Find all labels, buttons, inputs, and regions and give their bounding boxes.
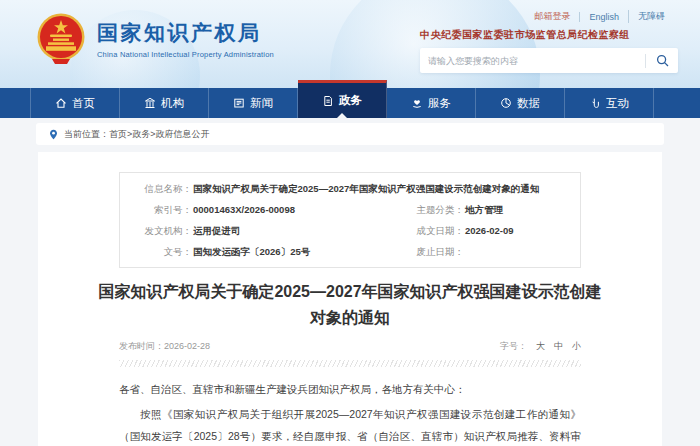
brand[interactable]: 国家知识产权局 China National Intellectual Prop… (36, 13, 274, 65)
home-icon (55, 97, 67, 109)
nav-label: 政务 (339, 93, 362, 108)
nav-label: 数据 (517, 96, 540, 111)
news-icon (233, 97, 245, 109)
info-date-label: 成文日期： (406, 220, 464, 241)
nav-label: 服务 (428, 96, 451, 111)
info-index-label: 索引号： (134, 199, 192, 220)
info-repeal-label: 废止日期： (406, 241, 464, 262)
fontsize-medium[interactable]: 中 (554, 341, 563, 351)
publish-time-label: 发布时间： (119, 341, 164, 351)
site-title: 国家知识产权局 (97, 19, 274, 47)
fontsize-large[interactable]: 大 (536, 341, 545, 351)
nav-tab-home[interactable]: 首页 (30, 88, 120, 118)
info-cell: 成文日期： 2026-02-09 (406, 220, 566, 241)
accessibility-link[interactable]: 无障碍 (628, 10, 674, 23)
site-subtitle: China National Intellectual Property Adm… (97, 50, 274, 59)
location-pin-icon (48, 129, 59, 140)
info-name-label: 信息名称： (134, 178, 192, 199)
nav-label: 互动 (606, 96, 629, 111)
nav-label: 新闻 (250, 96, 273, 111)
main-nav: 首页 机构 新闻 政务 服 (0, 88, 700, 118)
site-header: 国家知识产权局 China National Intellectual Prop… (0, 0, 700, 88)
info-index-value: 00001463X/2026-00098 (193, 199, 295, 220)
info-category-label: 主题分类： (406, 199, 464, 220)
english-link[interactable]: English (579, 12, 628, 22)
info-cell: 发文机构： 运用促进司 (134, 220, 406, 241)
info-row-index: 索引号： 00001463X/2026-00098 主题分类： 地方管理 (134, 199, 566, 220)
brand-text: 国家知识产权局 China National Intellectual Prop… (97, 19, 274, 59)
nav-label: 首页 (72, 96, 95, 111)
info-cell: 文号： 国知发运函字〔2026〕25号 (134, 241, 406, 262)
fontsize-small[interactable]: 小 (572, 341, 581, 351)
info-cell: 主题分类： 地方管理 (406, 199, 566, 220)
info-name-value: 国家知识产权局关于确定2025—2027年国家知识产权强国建设示范创建对象的通知 (193, 178, 566, 199)
info-date-value: 2026-02-09 (465, 220, 514, 241)
mail-login-link[interactable]: 邮箱登录 (525, 10, 579, 23)
info-row-docno: 文号： 国知发运函字〔2026〕25号 废止日期： (134, 241, 566, 262)
nav-tab-interaction[interactable]: 互动 (565, 88, 654, 118)
nav-inner: 首页 机构 新闻 政务 服 (30, 88, 654, 118)
nav-tab-services[interactable]: 服务 (387, 88, 476, 118)
nav-tab-government-affairs[interactable]: 政务 (298, 80, 387, 118)
search-icon (656, 54, 669, 67)
top-links: 邮箱登录 English 无障碍 (420, 10, 678, 23)
breadcrumb-label: 当前位置： (64, 128, 109, 141)
info-cell: 废止日期： (406, 241, 566, 262)
header-utilities: 邮箱登录 English 无障碍 中央纪委国家监委驻市场监管总局纪检监察组 (420, 10, 678, 73)
nav-tab-news[interactable]: 新闻 (209, 88, 298, 118)
info-docno-value: 国知发运函字〔2026〕25号 (193, 241, 310, 262)
service-heart-icon (411, 97, 423, 109)
breadcrumb: 当前位置： 首页>政务>政府信息公开 (36, 123, 664, 145)
search-input[interactable] (420, 56, 645, 66)
article-paragraph: 按照《国家知识产权局关于组织开展2025—2027年知识产权强国建设示范创建工作… (119, 403, 581, 446)
fontsize-label: 字号： (500, 341, 527, 351)
content-card: 信息名称： 国家知识产权局关于确定2025—2027年国家知识产权强国建设示范创… (38, 152, 662, 446)
nav-tab-data[interactable]: 数据 (476, 88, 565, 118)
info-cell: 索引号： 00001463X/2026-00098 (134, 199, 406, 220)
national-emblem-icon (36, 13, 86, 65)
nav-label: 机构 (161, 96, 184, 111)
article-salutation: 各省、自治区、直辖市和新疆生产建设兵团知识产权局，各地方有关中心： (119, 378, 581, 400)
info-row-agency: 发文机构： 运用促进司 成文日期： 2026-02-09 (134, 220, 566, 241)
supervision-link[interactable]: 中央纪委国家监委驻市场监管总局纪检监察组 (420, 28, 678, 42)
institution-icon (144, 97, 156, 109)
info-row-name: 信息名称： 国家知识产权局关于确定2025—2027年国家知识产权强国建设示范创… (134, 178, 566, 199)
info-agency-label: 发文机构： (134, 220, 192, 241)
info-table: 信息名称： 国家知识产权局关于确定2025—2027年国家知识产权强国建设示范创… (119, 172, 581, 268)
search-button[interactable] (646, 48, 678, 73)
pie-chart-icon (500, 97, 512, 109)
nav-tab-institution[interactable]: 机构 (120, 88, 209, 118)
publish-time-value: 2026-02-28 (164, 341, 210, 351)
info-agency-value: 运用促进司 (193, 220, 241, 241)
fontsize-switcher: 字号：大中小 (500, 340, 581, 353)
publish-time: 发布时间：2026-02-28 (119, 340, 210, 353)
article-meta: 发布时间：2026-02-28 字号：大中小 (119, 340, 581, 353)
document-icon (322, 95, 334, 107)
article-body: 各省、自治区、直辖市和新疆生产建设兵团知识产权局，各地方有关中心： 按照《国家知… (119, 378, 581, 446)
article-title: 国家知识产权局关于确定2025—2027年国家知识产权强国建设示范创建对象的通知 (95, 279, 605, 331)
info-docno-label: 文号： (134, 241, 192, 262)
search-box (420, 48, 678, 73)
breadcrumb-path[interactable]: 首页>政务>政府信息公开 (109, 128, 210, 141)
hatched-divider (119, 360, 581, 367)
info-category-value: 地方管理 (465, 199, 503, 220)
hand-pointer-icon (589, 97, 601, 109)
